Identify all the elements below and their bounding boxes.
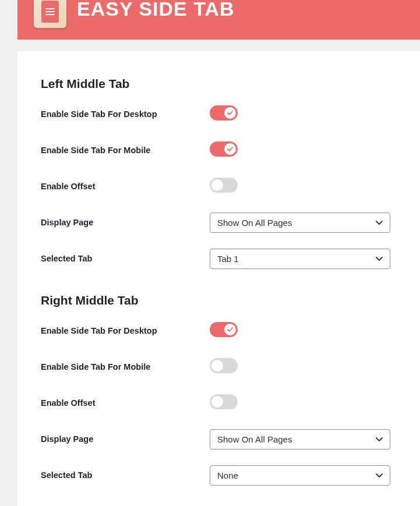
row-left-selected-tab: Selected Tab Tab 1 [41,248,397,269]
app-title: EASY SIDE TAB [77,0,235,20]
toggle-left-enable-desktop[interactable] [210,105,238,121]
select-right-selected-tab[interactable]: None [210,465,390,486]
toggle-left-enable-offset[interactable] [210,178,238,193]
row-right-selected-tab: Selected Tab None [41,465,397,486]
toggle-right-enable-desktop[interactable] [210,322,238,337]
row-right-enable-mobile: Enable Side Tab For Mobile [41,356,397,377]
section-title-right-middle: Right Middle Tab [41,293,397,307]
label-right-enable-desktop: Enable Side Tab For Desktop [41,326,210,335]
label-right-selected-tab: Selected Tab [41,470,210,480]
row-left-enable-offset: Enable Offset [41,176,397,197]
check-icon [227,110,233,116]
label-left-enable-desktop: Enable Side Tab For Desktop [41,109,210,119]
row-left-enable-desktop: Enable Side Tab For Desktop [41,104,397,125]
page-container: EASY SIDE TAB Left Middle Tab Enable Sid… [6,0,420,506]
header-banner: EASY SIDE TAB [17,0,420,40]
row-right-enable-offset: Enable Offset [41,392,397,413]
label-left-display-page: Display Page [41,218,210,227]
label-right-enable-mobile: Enable Side Tab For Mobile [41,362,210,371]
select-left-display-page[interactable]: Show On All Pages [210,213,390,233]
label-left-selected-tab: Selected Tab [41,254,210,263]
app-logo-icon [34,0,66,28]
label-left-enable-mobile: Enable Side Tab For Mobile [41,146,210,155]
label-right-display-page: Display Page [41,434,210,444]
label-right-enable-offset: Enable Offset [41,398,210,408]
select-left-selected-tab[interactable]: Tab 1 [210,249,390,269]
section-title-left-middle: Left Middle Tab [41,77,397,91]
row-right-display-page: Display Page Show On All Pages [41,429,397,450]
settings-panel: Left Middle Tab Enable Side Tab For Desk… [17,51,420,506]
row-right-enable-desktop: Enable Side Tab For Desktop [41,320,397,341]
row-left-display-page: Display Page Show On All Pages [41,212,397,233]
check-icon [227,146,233,152]
label-left-enable-offset: Enable Offset [41,182,210,191]
select-right-display-page[interactable]: Show On All Pages [210,429,390,450]
row-left-enable-mobile: Enable Side Tab For Mobile [41,140,397,161]
check-icon [227,327,233,332]
toggle-right-enable-mobile[interactable] [210,358,238,373]
toggle-left-enable-mobile[interactable] [210,141,238,157]
toggle-right-enable-offset[interactable] [210,394,238,409]
